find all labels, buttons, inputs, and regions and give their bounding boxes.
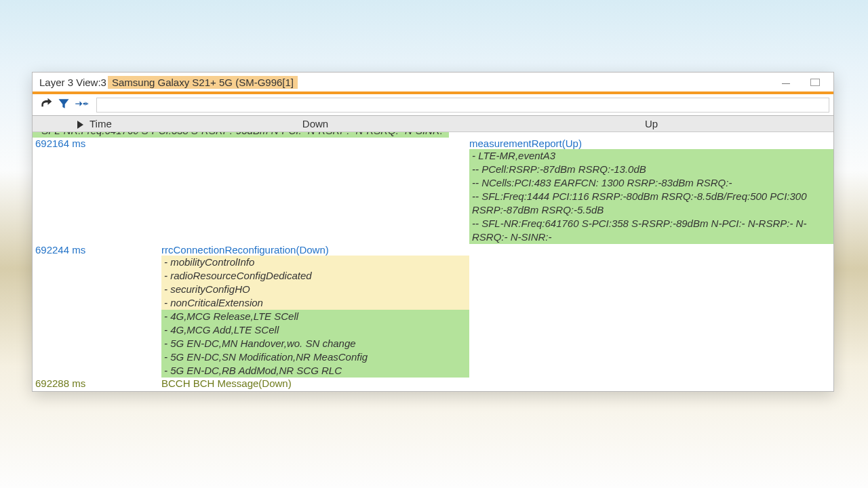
message-log-content[interactable]: - SFL-NR:Freq:641760 S-PCI:358 S-RSRP:-9…: [33, 132, 833, 391]
message-detail-block: - 4G,MCG Release,LTE SCell- 4G,MCG Add,L…: [161, 310, 469, 378]
time-cell: 692164 ms: [33, 138, 161, 149]
window-controls: [782, 73, 833, 92]
collapse-icon[interactable]: [75, 97, 88, 113]
toolbar: [33, 94, 833, 116]
table-row[interactable]: 692164 msmeasurementReport(Up)- LTE-MR,e…: [33, 138, 833, 244]
maximize-button[interactable]: [810, 79, 820, 86]
titlebar[interactable]: Layer 3 View:3 Samsung Galaxy S21+ 5G (S…: [33, 73, 833, 94]
message-detail: - SFL-NR:Freq:641760 S-PCI:358 S-RSRP:-9…: [33, 132, 449, 138]
svg-point-0: [83, 103, 85, 105]
column-up[interactable]: Up: [469, 118, 833, 129]
minimize-button[interactable]: [782, 80, 791, 84]
message-name[interactable]: rrcConnectionReconfiguration(Down): [161, 244, 469, 256]
table-header: Time Down Up: [33, 116, 833, 132]
table-row: - SFL-NR:Freq:641760 S-PCI:358 S-RSRP:-9…: [33, 132, 833, 138]
play-icon[interactable]: [77, 121, 83, 129]
time-cell: 692288 ms: [33, 378, 161, 389]
table-row[interactable]: 692311 msrrcConnectionReconfigurationCom…: [33, 389, 833, 391]
table-row[interactable]: 692244 msrrcConnectionReconfiguration(Do…: [33, 244, 833, 378]
message-log-window: Layer 3 View:3 Samsung Galaxy S21+ 5G (S…: [32, 72, 834, 392]
message-name[interactable]: measurementReport(Up): [469, 138, 833, 149]
down-cell: BCCH BCH Message(Down): [161, 378, 469, 389]
device-name: Samsung Galaxy S21+ 5G (SM-G996[1]: [108, 76, 298, 89]
title-prefix: Layer 3 View:3: [39, 77, 106, 88]
up-cell: rrcConnectionReconfigurationComplete(Up): [469, 389, 833, 391]
table-row[interactable]: 692288 msBCCH BCH Message(Down): [33, 378, 833, 389]
message-name[interactable]: BCCH BCH Message(Down): [161, 378, 469, 389]
column-time[interactable]: Time: [33, 118, 161, 129]
search-input[interactable]: [96, 98, 829, 113]
time-cell: 692311 ms: [33, 389, 161, 391]
message-detail-block: - mobilityControlInfo- radioResourceConf…: [161, 256, 469, 310]
up-cell: measurementReport(Up)- LTE-MR,eventA3-- …: [469, 138, 833, 244]
down-cell: rrcConnectionReconfiguration(Down)- mobi…: [161, 244, 469, 378]
message-detail-block: - LTE-MR,eventA3-- PCell:RSRP:-87dBm RSR…: [469, 149, 833, 244]
message-name[interactable]: rrcConnectionReconfigurationComplete(Up): [469, 389, 833, 391]
column-down[interactable]: Down: [161, 118, 469, 129]
redo-arrow-icon[interactable]: [39, 97, 53, 113]
filter-icon[interactable]: [57, 97, 71, 113]
time-cell: 692244 ms: [33, 244, 161, 256]
